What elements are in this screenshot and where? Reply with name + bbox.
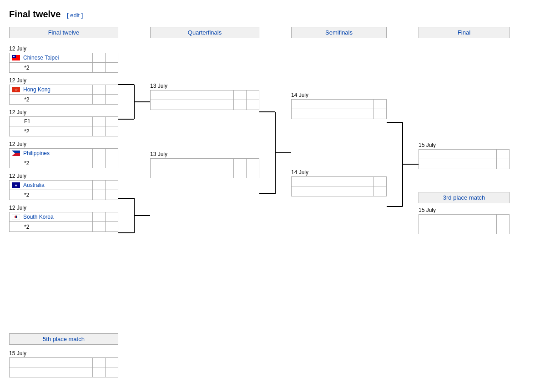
r2-header: Quarterfinals [150, 27, 259, 38]
r1m1-team2-score2 [105, 63, 118, 72]
round-final: Final 15 July 3rd place match 15 July [419, 27, 510, 234]
r1m4-team2-score [92, 158, 105, 168]
r1m3-team1-name: F1 [22, 118, 92, 125]
table-row [291, 176, 387, 186]
flag-ph-icon [11, 150, 20, 156]
r3-header: Semifinals [291, 27, 387, 38]
r2m1-date: 13 July [150, 83, 259, 89]
r1m6-team2-name: *2 [22, 224, 92, 230]
r1m3-team2-score2 [105, 126, 118, 136]
table-row [150, 100, 259, 110]
bracket-lines-r3-r4 [387, 40, 419, 322]
r1m1-date: 12 July [9, 45, 118, 52]
r1m6-team1-name: South Korea [22, 214, 92, 220]
table-row [419, 149, 510, 159]
table-row: *2 [9, 95, 118, 105]
r4-team2-score [496, 159, 509, 169]
svg-point-2 [13, 56, 15, 57]
bracket-lines-r1-r2 [118, 40, 150, 322]
r1m2-team2-score2 [105, 95, 118, 104]
table-row: *2 [9, 190, 118, 200]
r2m1-team1-score [233, 90, 246, 100]
table-row [9, 367, 118, 377]
r2m2-team2-score2 [246, 168, 259, 178]
third-place-header: 3rd place match [419, 192, 510, 203]
flag-none [11, 192, 20, 198]
r1m4-team2-score2 [105, 158, 118, 168]
r2m2-team1-score [233, 159, 246, 168]
svg-text:☆: ☆ [15, 88, 18, 92]
table-row: Chinese Taipei [9, 53, 118, 63]
r1m5-date: 12 July [9, 173, 118, 179]
flag-tw-icon [11, 55, 20, 61]
svg-text:★: ★ [15, 184, 17, 187]
r1m1-team2-score [92, 63, 105, 72]
table-row: ☆ Hong Kong [9, 85, 118, 95]
table-row [150, 158, 259, 168]
flag-none [11, 96, 20, 103]
table-row [419, 224, 510, 234]
round-quarterfinals: Quarterfinals 13 July 13 July [150, 27, 259, 178]
fifth-team2-score [92, 367, 105, 377]
r1m6-team1-score [92, 212, 105, 221]
r4-team1-score [496, 150, 509, 159]
r1m4-team2-name: *2 [22, 160, 92, 166]
r1m3-team2-score [92, 126, 105, 136]
flag-none [11, 128, 20, 135]
r1m4-team1-score2 [105, 149, 118, 158]
r2m1-team2-score2 [246, 100, 259, 110]
r1m6-date: 12 July [9, 205, 118, 211]
fifth-team2-score2 [105, 367, 118, 377]
flag-none [11, 224, 20, 230]
table-row: ★ Australia [9, 180, 118, 190]
r3m2-team1-score [373, 177, 386, 186]
table-row: Philippines [9, 148, 118, 158]
flag-none [11, 118, 20, 125]
r2m2-team1-score2 [246, 159, 259, 168]
r1m1-team2-name: *2 [22, 65, 92, 71]
r2m1-team2-score [233, 100, 246, 110]
r2m2-date: 13 July [150, 151, 259, 157]
table-row [419, 214, 510, 224]
flag-kr-icon [11, 214, 20, 220]
r1m6-team1-score2 [105, 212, 118, 221]
r3m2-team2-score [373, 186, 386, 196]
r1m2-date: 12 July [9, 77, 118, 84]
table-row: F1 [9, 116, 118, 126]
r1m5-team2-score2 [105, 190, 118, 200]
r1m2-team2-name: *2 [22, 96, 92, 103]
flag-none [11, 160, 20, 166]
table-row: *2 [9, 126, 118, 136]
table-row [9, 357, 118, 367]
r1m6-team2-score2 [105, 222, 118, 231]
edit-link[interactable]: [ edit ] [67, 12, 83, 19]
fifth-team1-score2 [105, 358, 118, 367]
r1m4-team1-name: Philippines [22, 150, 92, 156]
r4-header: Final [419, 27, 510, 38]
third-team2-score [496, 224, 509, 234]
third-team1-score [496, 215, 509, 224]
r3m1-team2-score [373, 109, 386, 119]
page-title: Final twelve [ edit ] [9, 9, 546, 20]
fifth-place-date: 15 July [9, 350, 118, 357]
r3m2-date: 14 July [291, 169, 387, 176]
flag-au-icon: ★ [11, 182, 20, 188]
table-row [291, 99, 387, 109]
round-final-twelve: Final twelve 12 July Chinese Taipei *2 [9, 27, 118, 232]
r1m1-team1-score [92, 53, 105, 62]
r1m5-team1-score2 [105, 181, 118, 190]
r1m3-team1-score2 [105, 117, 118, 126]
bracket-lines-r2-r3 [259, 40, 291, 322]
r1m4-date: 12 July [9, 141, 118, 147]
table-row: South Korea [9, 212, 118, 222]
round-semifinals: Semifinals 14 July 14 July [291, 27, 387, 196]
r1m3-team1-score [92, 117, 105, 126]
r1-header: Final twelve [9, 27, 118, 38]
r3m1-date: 14 July [291, 92, 387, 98]
r1m2-team1-score2 [105, 85, 118, 94]
table-row: *2 [9, 222, 118, 232]
r1m1-team1-name: Chinese Taipei [22, 55, 92, 61]
r1m4-team1-score [92, 149, 105, 158]
r1m3-date: 12 July [9, 109, 118, 116]
r1m1-team1-score2 [105, 53, 118, 62]
